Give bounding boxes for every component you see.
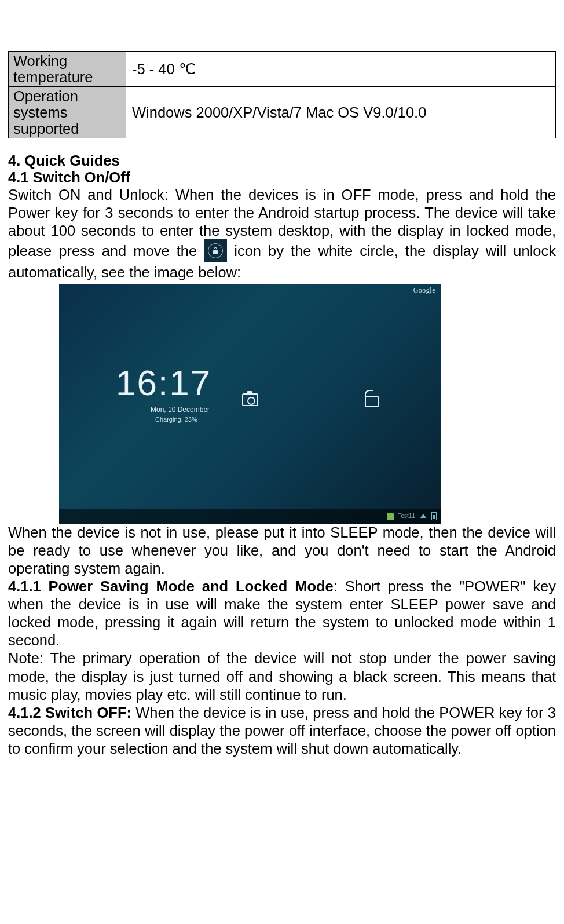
section-4-1-1-note: Note: The primary operation of the devic… (8, 649, 556, 703)
section-4-1-1: 4.1.1 Power Saving Mode and Locked Mode:… (8, 578, 556, 649)
section-4-1-1-label: 4.1.1 Power Saving Mode and Locked Mode (8, 578, 334, 594)
spec-value: Windows 2000/XP/Vista/7 Mac OS V9.0/10.0 (126, 87, 556, 138)
section-4-1-2-label: 4.1.2 Switch OFF: (8, 704, 131, 721)
specs-table: Working temperature -5 - 40 ℃ Operation … (8, 51, 556, 138)
lockscreen-topbar: Google (59, 284, 441, 298)
spec-label: Operation systems supported (9, 87, 126, 138)
lockscreen-charging: Charging, 23% (155, 416, 197, 423)
lockscreen-navbar: Test11 (59, 509, 441, 524)
nav-text: Test11 (398, 513, 415, 519)
section-4-title: 4. Quick Guides (8, 152, 556, 169)
lock-icon (204, 239, 227, 262)
section-4-1-paragraph-2: When the device is not in use, please pu… (8, 524, 556, 578)
android-icon (387, 513, 394, 520)
section-4-1-2: 4.1.2 Switch OFF: When the device is in … (8, 704, 556, 758)
battery-icon (431, 512, 437, 520)
wifi-icon (420, 514, 427, 518)
lockscreen-date: Mon, 10 December (151, 406, 210, 414)
table-row: Working temperature -5 - 40 ℃ (9, 52, 556, 87)
lockscreen-screenshot: Google 16:17 Mon, 10 December Charging, … (59, 284, 441, 524)
unlock-icon (365, 396, 379, 407)
table-row: Operation systems supported Windows 2000… (9, 87, 556, 138)
google-label: Google (413, 286, 435, 295)
section-4-1-paragraph-1: Switch ON and Unlock: When the devices i… (8, 186, 556, 281)
camera-icon (242, 393, 258, 406)
spec-value: -5 - 40 ℃ (126, 52, 556, 87)
section-4-1-title: 4.1 Switch On/Off (8, 169, 556, 186)
spec-label: Working temperature (9, 52, 126, 87)
lockscreen-time: 16:17 (116, 365, 211, 401)
